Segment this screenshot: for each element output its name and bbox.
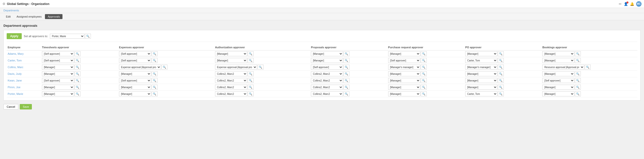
edit-icon[interactable]: ✏	[619, 2, 622, 6]
expenses-search-btn[interactable]: 🔍	[162, 65, 168, 69]
expenses-search-btn[interactable]: 🔍	[152, 91, 158, 96]
authorization-search-btn[interactable]: 🔍	[248, 78, 254, 83]
authorization-search-btn[interactable]: 🔍	[258, 65, 264, 69]
proposals-search-btn[interactable]: 🔍	[344, 71, 350, 76]
bookings-search-btn[interactable]: 🔍	[585, 65, 591, 69]
po-select[interactable]: [Manager's manager]	[465, 65, 497, 69]
purchase-select[interactable]: [Manager's manager]	[388, 65, 420, 69]
employee-name[interactable]: Davis, Judy	[8, 72, 22, 75]
authorization-select[interactable]: Collins2, Marc2	[215, 91, 247, 96]
employee-name[interactable]: Kwan, Jane	[8, 79, 22, 82]
proposals-select[interactable]: Collins2, Marc2	[311, 91, 343, 96]
expenses-select[interactable]: [Manager]	[119, 85, 151, 90]
authorization-select[interactable]: Collins2, Marc2	[215, 78, 247, 83]
proposals-search-btn[interactable]: 🔍	[344, 91, 350, 96]
expenses-select[interactable]: [Manager]	[119, 91, 151, 96]
purchase-select[interactable]: [Self approver]	[388, 58, 420, 63]
timesheets-select[interactable]: [Self approver]	[42, 78, 74, 83]
timesheets-select[interactable]: [Manager]	[42, 85, 74, 90]
timesheets-search-btn[interactable]: 🔍	[74, 51, 80, 56]
proposals-select[interactable]: Collins2, Marc2	[311, 85, 343, 90]
employee-name[interactable]: Collins, Marc	[8, 66, 24, 69]
employee-name[interactable]: Carter, Tom	[8, 59, 22, 62]
expenses-select[interactable]: [Self approver]	[119, 78, 151, 83]
bookings-search-btn[interactable]: 🔍	[575, 78, 581, 83]
timesheets-search-btn[interactable]: 🔍	[74, 65, 80, 69]
authorization-select[interactable]: Collins2, Marc2	[215, 85, 247, 90]
expenses-select[interactable]: [Self approver]	[119, 58, 151, 63]
bookings-search-btn[interactable]: 🔍	[575, 58, 581, 63]
purchase-select[interactable]: [Manager]	[388, 85, 420, 90]
expenses-select[interactable]: [Manager]	[119, 71, 151, 76]
bookings-search-btn[interactable]: 🔍	[575, 71, 581, 76]
expenses-search-btn[interactable]: 🔍	[152, 58, 158, 63]
expenses-select[interactable]: [Self approver]	[119, 51, 151, 56]
tab-edit[interactable]: Edit	[4, 14, 13, 19]
timesheets-search-btn[interactable]: 🔍	[74, 58, 80, 63]
proposals-select[interactable]: [Self approver]	[311, 65, 343, 69]
purchase-search-btn[interactable]: 🔍	[421, 51, 427, 56]
po-search-btn[interactable]: 🔍	[498, 85, 504, 90]
proposals-select[interactable]: [Manager]	[311, 58, 343, 63]
purchase-search-btn[interactable]: 🔍	[421, 58, 427, 63]
cancel-button[interactable]: Cancel	[4, 104, 18, 109]
purchase-select[interactable]: [Manager]	[388, 91, 420, 96]
timesheets-search-btn[interactable]: 🔍	[74, 85, 80, 90]
authorization-search-btn[interactable]: 🔍	[248, 85, 254, 90]
expenses-search-btn[interactable]: 🔍	[152, 85, 158, 90]
po-select[interactable]: [Manager]	[465, 85, 497, 90]
purchase-search-btn[interactable]: 🔍	[421, 71, 427, 76]
save-button[interactable]: Save	[20, 104, 32, 109]
employee-name[interactable]: Adams, Mary	[8, 52, 24, 55]
avatar[interactable]: MC	[636, 1, 642, 7]
timesheets-search-btn[interactable]: 🔍	[74, 91, 80, 96]
po-search-btn[interactable]: 🔍	[498, 78, 504, 83]
bookings-select[interactable]: [Manager]	[542, 71, 574, 76]
proposals-search-btn[interactable]: 🔍	[344, 51, 350, 56]
authorization-search-btn[interactable]: 🔍	[248, 58, 254, 63]
proposals-search-btn[interactable]: 🔍	[344, 85, 350, 90]
expenses-search-btn[interactable]: 🔍	[152, 51, 158, 56]
purchase-search-btn[interactable]: 🔍	[421, 85, 427, 90]
purchase-select[interactable]: [Manager]	[388, 51, 420, 56]
purchase-search-btn[interactable]: 🔍	[421, 65, 427, 69]
po-select[interactable]: [Manager]	[465, 51, 497, 56]
bookings-select[interactable]: [Manager]	[542, 91, 574, 96]
apply-button[interactable]: Apply	[7, 33, 22, 39]
purchase-search-btn[interactable]: 🔍	[421, 78, 427, 83]
po-select[interactable]: [Manager]	[465, 78, 497, 83]
timesheets-search-btn[interactable]: 🔍	[74, 71, 80, 76]
employee-name[interactable]: Porter, Marie	[8, 92, 23, 95]
proposals-select[interactable]: [Manager]	[311, 51, 343, 56]
authorization-search-btn[interactable]: 🔍	[248, 71, 254, 76]
expenses-search-btn[interactable]: 🔍	[152, 71, 158, 76]
timesheets-select[interactable]: [Manager]	[42, 65, 74, 69]
purchase-select[interactable]: [Manager]	[388, 78, 420, 83]
bookings-select[interactable]: [Manager]	[542, 51, 574, 56]
breadcrumb-departments[interactable]: Departments	[4, 9, 19, 12]
authorization-select[interactable]: [Manager]	[215, 58, 247, 63]
po-search-btn[interactable]: 🔍	[498, 71, 504, 76]
bookings-select[interactable]: [Manager]	[542, 85, 574, 90]
authorization-search-btn[interactable]: 🔍	[248, 51, 254, 56]
po-search-btn[interactable]: 🔍	[498, 51, 504, 56]
bookings-search-btn[interactable]: 🔍	[575, 91, 581, 96]
authorization-select[interactable]: Expense approval [Approval process]	[215, 65, 257, 69]
timesheets-select[interactable]: [Manager]	[42, 71, 74, 76]
proposals-search-btn[interactable]: 🔍	[344, 58, 350, 63]
bookings-search-btn[interactable]: 🔍	[575, 51, 581, 56]
bookings-search-btn[interactable]: 🔍	[575, 85, 581, 90]
bookings-select[interactable]: [Manager]	[542, 58, 574, 63]
timesheets-search-btn[interactable]: 🔍	[74, 78, 80, 83]
employee-name[interactable]: Pimm, Joe	[8, 86, 20, 89]
tab-approvals[interactable]: Approvals	[45, 14, 62, 19]
po-search-btn[interactable]: 🔍	[498, 65, 504, 69]
purchase-select[interactable]: [Manager]	[388, 71, 420, 76]
authorization-select[interactable]: [Manager]	[215, 51, 247, 56]
expenses-search-btn[interactable]: 🔍	[152, 78, 158, 83]
proposals-search-btn[interactable]: 🔍	[344, 65, 350, 69]
expenses-select[interactable]: Expense approval [Approval process]	[119, 65, 161, 69]
purchase-search-btn[interactable]: 🔍	[421, 91, 427, 96]
po-search-btn[interactable]: 🔍	[498, 58, 504, 63]
proposals-select[interactable]: Collins2, Marc2	[311, 78, 343, 83]
